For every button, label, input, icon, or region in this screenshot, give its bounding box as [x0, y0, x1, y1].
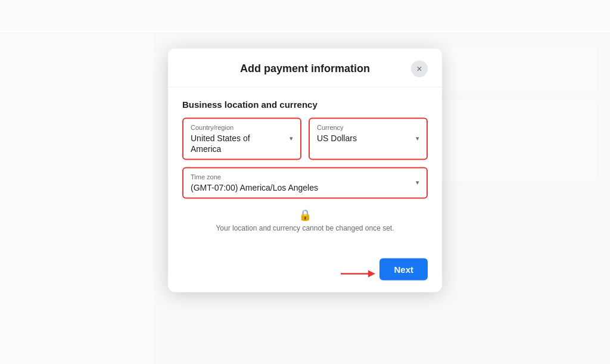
svg-marker-1 [368, 270, 375, 278]
country-value: United States of America [191, 133, 250, 153]
timezone-select[interactable]: Time zone (GMT-07:00) America/Los Angele… [182, 167, 428, 198]
next-button[interactable]: Next [379, 258, 428, 280]
add-payment-modal: Add payment information × Business locat… [168, 48, 442, 292]
timezone-value: (GMT-07:00) America/Los Angeles [191, 182, 318, 192]
currency-label: Currency [317, 123, 405, 130]
currency-value: US Dollars [317, 133, 357, 142]
modal-title: Add payment information [199, 63, 411, 75]
fields-row-top: Country/region United States of America … [182, 117, 428, 160]
modal-footer: Next [168, 258, 442, 292]
country-label: Country/region [191, 123, 279, 130]
lock-notice: 🔒 Your location and currency cannot be c… [182, 208, 428, 232]
modal-body: Business location and currency Country/r… [168, 87, 442, 258]
modal-header: Add payment information × [168, 48, 442, 87]
arrow-indicator [341, 267, 376, 284]
lock-icon: 🔒 [298, 208, 312, 221]
lock-notice-text: Your location and currency cannot be cha… [216, 223, 394, 232]
timezone-chevron-icon: ▾ [416, 179, 419, 186]
currency-chevron-icon: ▾ [416, 135, 419, 142]
section-label: Business location and currency [182, 99, 428, 109]
country-region-select[interactable]: Country/region United States of America … [182, 117, 301, 160]
modal-close-button[interactable]: × [411, 60, 428, 77]
timezone-label: Time zone [191, 173, 405, 180]
arrow-svg [341, 267, 376, 281]
currency-select[interactable]: Currency US Dollars ▾ [309, 117, 428, 160]
country-chevron-icon: ▾ [290, 135, 293, 142]
